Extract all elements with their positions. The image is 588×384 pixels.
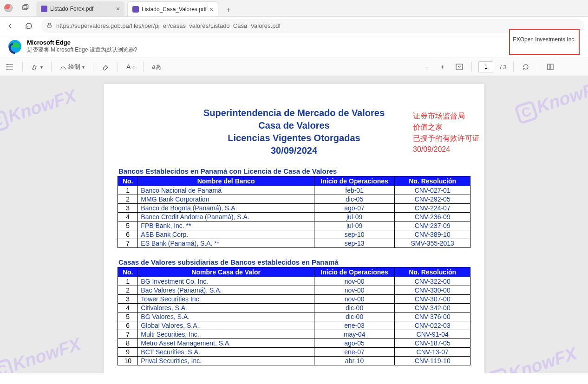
table-row: 7ES Bank (Panamá), S.A. **sep-13SMV-355-… — [118, 239, 470, 248]
close-tab-icon[interactable]: × — [116, 5, 120, 13]
new-tab-button[interactable]: ＋ — [222, 3, 235, 16]
pdf-favicon-icon — [41, 6, 47, 12]
pdf-favicon-icon — [132, 6, 139, 13]
close-tab-icon[interactable]: × — [209, 6, 213, 13]
svg-rect-9 — [551, 64, 553, 70]
browser-navbar: https://supervalores.gob.pa/files/iper/p… — [0, 17, 588, 35]
highlight-tool[interactable]: ▾ — [29, 61, 45, 72]
pdf-page: Superintendencia de Mercado de Valores C… — [104, 84, 484, 373]
svg-point-4 — [7, 64, 7, 65]
table-row: 2Bac Valores (Panamá), S.A.nov-00CNV-330… — [118, 286, 470, 295]
prompt-title: Microsoft Edge — [27, 39, 137, 46]
svg-rect-7 — [456, 64, 463, 70]
zoom-out-button[interactable]: − — [424, 62, 431, 72]
tab-listado-forex[interactable]: Listado-Forex.pdf × — [36, 1, 124, 16]
table-row: 4Citivalores, S.A.dic-00CNV-342-00 — [118, 304, 470, 312]
svg-rect-8 — [548, 64, 550, 70]
highlight-text: FXOpen Investments Inc. — [513, 36, 575, 43]
erase-tool[interactable] — [100, 61, 111, 72]
tab-listado-casa-valores[interactable]: Listado_Casa_Valores.pdf × — [127, 1, 218, 16]
table-row: 1BG Investment Co. Inc.nov-00CNV-322-00 — [118, 277, 470, 286]
table-row: 6Global Valores, S.A.ene-03CNV-022-03 — [118, 321, 470, 330]
translate-tool[interactable]: aあ — [150, 61, 163, 73]
lock-icon — [46, 22, 52, 30]
fit-page-button[interactable] — [454, 62, 465, 72]
svg-point-5 — [7, 66, 7, 67]
edge-logo-icon — [7, 39, 22, 54]
tab-label: Listado_Casa_Valores.pdf — [142, 6, 207, 13]
page-number-input[interactable] — [478, 61, 493, 72]
table-row: 7Multi Securities, Inc.may-04CNV-91-04 — [118, 330, 470, 339]
prompt-subtitle: 是否要将 Microsoft Edge 设置为默认浏览器? — [27, 46, 137, 54]
pdf-viewer[interactable]: CKnowFX CKnowFX CKnowFX CKnowFX CKnowFX … — [0, 76, 588, 373]
table-row: 5BG Valores, S.A.dic-00CNV-376-00 — [118, 312, 470, 321]
pdf-toolbar: ▾ 绘制▾ A» aあ − ＋ / 3 — [0, 58, 588, 76]
table-row: 4Banco Credit Andorra (Panamá), S.A.jul-… — [118, 213, 470, 221]
translation-annotation: 证券市场监督局 价值之家 已授予的有效许可证 30/09/2024 — [413, 111, 480, 155]
table-row: 2MMG Bank Corporationdic-05CNV-292-05 — [118, 195, 470, 204]
rotate-button[interactable] — [520, 61, 531, 72]
contents-icon[interactable] — [5, 61, 16, 72]
table-row: 10Prival Securities, Inc.abr-10CNV-119-1… — [118, 357, 470, 365]
table-row: 1Banco Nacional de Panamáfeb-01CNV-027-0… — [118, 186, 470, 195]
table-row: 8Metro Asset Management, S.A.ago-05CNV-1… — [118, 339, 470, 348]
table-row: 6ASB Bank Corp.sep-10CNV-389-10 — [118, 230, 470, 239]
zoom-in-button[interactable]: ＋ — [438, 61, 447, 73]
page-total: / 3 — [500, 64, 506, 71]
back-button[interactable] — [4, 20, 17, 33]
table-bancos: No.Nombre del BancoInicio de Operaciones… — [118, 176, 470, 248]
browser-titlebar: Listado-Forex.pdf × Listado_Casa_Valores… — [0, 0, 588, 17]
table-row: 9BCT Securities, S.A.ene-07CNV-13-07 — [118, 348, 470, 357]
text-size-tool[interactable]: A» — [124, 61, 137, 72]
draw-tool[interactable]: 绘制▾ — [58, 61, 86, 73]
table-casas: No.Nombre Casa de ValorInicio de Operaci… — [118, 267, 470, 365]
url-text: https://supervalores.gob.pa/files/iper/p… — [56, 22, 281, 29]
svg-point-6 — [7, 69, 7, 69]
tab-label: Listado-Forex.pdf — [50, 6, 93, 12]
table-row: 3Banco de Bogota (Panamá), S.A.ago-07CNV… — [118, 204, 470, 213]
address-bar[interactable]: https://supervalores.gob.pa/files/iper/p… — [41, 19, 584, 33]
tab-overview-icon[interactable] — [17, 0, 33, 16]
profile-icon[interactable] — [0, 0, 17, 16]
highlight-annotation: FXOpen Investments Inc. — [509, 29, 580, 55]
default-browser-prompt: Microsoft Edge 是否要将 Microsoft Edge 设置为默认… — [0, 35, 588, 58]
table-row: 5FPB Bank, Inc. **jul-09CNV-237-09 — [118, 221, 470, 230]
refresh-button[interactable] — [22, 20, 35, 33]
table-row: 3Tower Securities Inc.nov-00CNV-307-00 — [118, 295, 470, 304]
svg-rect-2 — [48, 25, 52, 27]
page-view-button[interactable] — [545, 61, 556, 72]
section-header-casas: Casas de Valores subsidiarias de Bancos … — [118, 258, 470, 266]
section-header-bancos: Bancos Establecidos en Panamá con Licenc… — [118, 167, 470, 175]
